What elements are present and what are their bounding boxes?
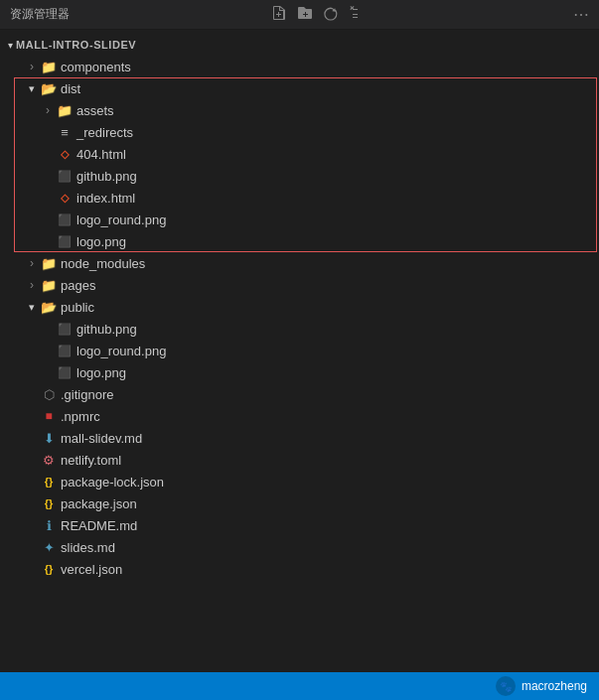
html-icon: ◇ [56,148,74,161]
github-dist-label: github.png [76,169,137,184]
more-icon[interactable]: ⋯ [573,5,589,24]
star-icon: ✦ [40,540,58,555]
tree-item-readme[interactable]: ℹ README.md [0,514,599,536]
tree-item-logo-dist[interactable]: ⬛ logo.png [0,230,599,252]
tree-item-npmrc[interactable]: ■ .npmrc [0,405,599,427]
chevron-right-icon: › [24,256,40,270]
folder-open-icon: 📂 [40,81,58,96]
folder-open-icon: 📂 [40,300,58,315]
public-label: public [61,300,94,315]
tree-item-public[interactable]: ▾ 📂 public [0,296,599,318]
tree-item-logo-round-dist[interactable]: ⬛ logo_round.png [0,209,599,230]
chevron-down-icon: ▾ [24,82,40,95]
slides-label: slides.md [61,540,115,555]
titlebar-title: 资源管理器 [10,6,70,23]
titlebar-actions [271,5,365,24]
tree-item-pages[interactable]: › 📁 pages [0,274,599,296]
tree-item-github-public[interactable]: ⬛ github.png [0,318,599,340]
statusbar: 🐾 macrozheng [0,672,599,700]
mall-slidev-label: mall-slidev.md [61,431,142,446]
folder-icon: 📁 [40,278,58,293]
logo-public-label: logo.png [76,365,126,380]
json-icon3: {} [40,563,58,575]
new-file-icon[interactable] [271,5,287,24]
download-icon: ⬇ [40,431,58,446]
statusbar-avatar-icon: 🐾 [496,676,516,696]
logo-dist-label: logo.png [76,234,126,249]
npmrc-label: .npmrc [61,409,100,424]
chevron-right-icon: › [24,60,40,73]
tree-item-index-html[interactable]: ◇ index.html [0,187,599,209]
tree-item-mall-slidev[interactable]: ⬇ mall-slidev.md [0,427,599,449]
tree-item-404[interactable]: ◇ 404.html [0,143,599,165]
dist-label: dist [61,81,80,96]
dist-group: ▾ 📂 dist › 📁 assets ≡ _redirects ◇ 404.h… [0,77,599,252]
vercel-label: vercel.json [61,562,122,577]
new-folder-icon[interactable] [297,5,313,24]
png-icon3: ⬛ [56,235,74,248]
tree-item-redirects[interactable]: ≡ _redirects [0,121,599,143]
tree-item-gitignore[interactable]: ⬡ .gitignore [0,383,599,405]
tree-item-logo-round-public[interactable]: ⬛ logo_round.png [0,340,599,361]
tree-item-slides[interactable]: ✦ slides.md [0,536,599,558]
404-label: 404.html [76,147,126,162]
redirects-icon: ≡ [56,125,74,140]
info-icon: ℹ [40,518,58,533]
package-lock-label: package-lock.json [61,475,164,490]
chevron-down-icon: ▾ [24,301,40,314]
github-public-label: github.png [76,322,137,337]
gitignore-icon: ⬡ [40,387,58,402]
statusbar-text: macrozheng [522,679,587,693]
titlebar: 资源管理器 ⋯ [0,0,599,30]
tree-item-dist[interactable]: ▾ 📂 dist [0,77,599,99]
tree-item-node-modules[interactable]: › 📁 node_modules [0,252,599,274]
png-icon4: ⬛ [56,323,74,336]
pages-label: pages [61,278,95,293]
node-modules-label: node_modules [61,256,145,271]
tree-item-vercel[interactable]: {} vercel.json [0,558,599,580]
npmrc-icon: ■ [40,409,58,423]
package-label: package.json [61,496,137,511]
tree-item-netlify[interactable]: ⚙ netlify.toml [0,449,599,471]
explorer-content: ▾ MALL-INTRO-SLIDEV › 📁 components ▾ 📂 d… [0,30,599,672]
json-icon: {} [40,476,58,488]
tree-item-github-dist[interactable]: ⬛ github.png [0,165,599,187]
gitignore-label: .gitignore [61,387,113,402]
assets-label: assets [76,103,114,118]
png-icon6: ⬛ [56,366,74,379]
refresh-icon[interactable] [323,5,339,24]
readme-label: README.md [61,518,137,533]
netlify-label: netlify.toml [61,453,121,468]
index-html-label: index.html [76,191,135,206]
chevron-right-icon: › [40,103,56,117]
folder-icon: 📁 [40,256,58,271]
png-icon: ⬛ [56,170,74,183]
tree-item-package[interactable]: {} package.json [0,492,599,514]
tree-item-components[interactable]: › 📁 components [0,56,599,77]
root-header[interactable]: ▾ MALL-INTRO-SLIDEV [0,34,599,56]
png-icon2: ⬛ [56,213,74,226]
tree-item-package-lock[interactable]: {} package-lock.json [0,471,599,492]
logo-round-dist-label: logo_round.png [76,212,166,227]
tree-item-assets[interactable]: › 📁 assets [0,99,599,121]
redirects-label: _redirects [76,125,133,140]
folder-icon: 📁 [56,103,74,118]
json-icon2: {} [40,497,58,509]
folder-icon: 📁 [40,60,58,74]
tree-item-logo-public[interactable]: ⬛ logo.png [0,361,599,383]
html-icon2: ◇ [56,192,74,205]
png-icon5: ⬛ [56,345,74,357]
toml-icon: ⚙ [40,453,58,468]
collapse-icon[interactable] [349,5,365,24]
logo-round-public-label: logo_round.png [76,344,166,358]
root-label: MALL-INTRO-SLIDEV [16,39,136,51]
item-label: components [61,60,131,74]
root-chevron: ▾ [8,40,13,51]
chevron-right-icon: › [24,278,40,292]
statusbar-content: 🐾 macrozheng [496,676,587,696]
